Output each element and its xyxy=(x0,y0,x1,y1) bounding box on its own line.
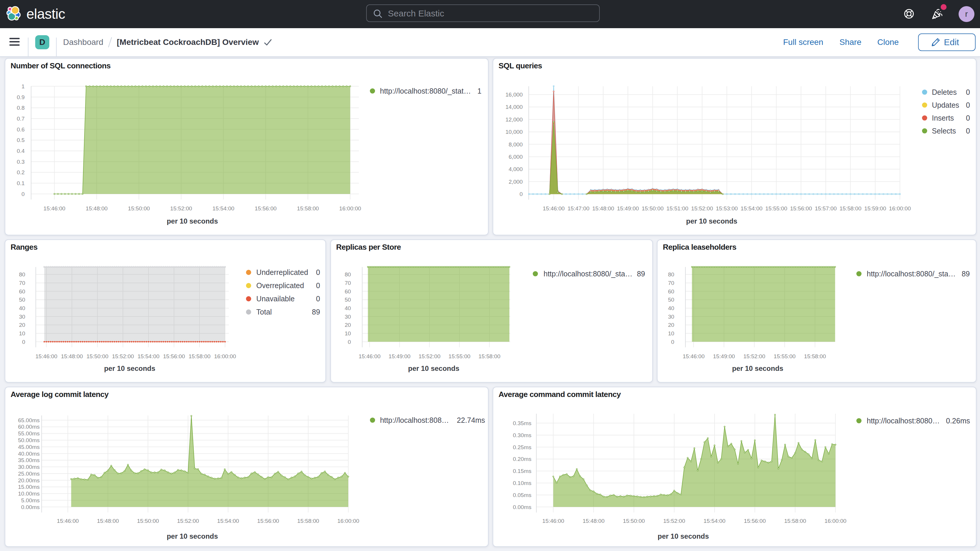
svg-text:60: 60 xyxy=(19,288,25,295)
svg-text:89: 89 xyxy=(637,270,645,278)
svg-text:0.2: 0.2 xyxy=(17,169,25,175)
svg-text:0: 0 xyxy=(316,268,320,276)
svg-text:16:00:00: 16:00:00 xyxy=(337,518,360,524)
svg-text:15:49:00: 15:49:00 xyxy=(713,353,735,360)
svg-text:Selects: Selects xyxy=(932,127,956,135)
svg-text:15:52:00: 15:52:00 xyxy=(418,353,441,360)
svg-text:15:52:00: 15:52:00 xyxy=(663,518,685,524)
svg-text:4,000: 4,000 xyxy=(509,166,523,172)
svg-text:55.00ms: 55.00ms xyxy=(18,430,40,436)
svg-text:15:54:00: 15:54:00 xyxy=(212,205,234,212)
svg-text:20: 20 xyxy=(344,322,351,328)
svg-text:15:52:00: 15:52:00 xyxy=(177,518,199,524)
svg-text:Underreplicated: Underreplicated xyxy=(256,268,309,276)
svg-text:15:50:00: 15:50:00 xyxy=(137,518,159,524)
svg-text:Total: Total xyxy=(256,308,272,316)
svg-text:15:46:00: 15:46:00 xyxy=(43,205,65,212)
svg-text:60: 60 xyxy=(668,288,674,295)
svg-text:15:46:00: 15:46:00 xyxy=(542,518,564,524)
svg-text:45.00ms: 45.00ms xyxy=(18,444,40,450)
svg-text:15:54:00: 15:54:00 xyxy=(703,518,725,524)
svg-text:15:58:00: 15:58:00 xyxy=(840,205,861,212)
svg-text:0.4: 0.4 xyxy=(17,148,25,154)
svg-text:Overreplicated: Overreplicated xyxy=(256,281,304,290)
svg-text:40: 40 xyxy=(19,305,25,311)
svg-text:16:00:00: 16:00:00 xyxy=(214,353,236,360)
svg-text:80: 80 xyxy=(19,271,25,277)
svg-text:0: 0 xyxy=(348,339,351,345)
svg-text:0.10ms: 0.10ms xyxy=(513,480,531,486)
svg-text:per 10 seconds: per 10 seconds xyxy=(657,532,709,540)
svg-text:16,000: 16,000 xyxy=(506,92,523,98)
svg-text:10: 10 xyxy=(344,330,351,336)
svg-text:30: 30 xyxy=(19,314,25,320)
svg-text:0: 0 xyxy=(316,295,320,303)
svg-text:15:47:00: 15:47:00 xyxy=(568,205,589,212)
svg-text:per 10 seconds: per 10 seconds xyxy=(167,532,218,540)
svg-text:20: 20 xyxy=(668,322,674,328)
svg-text:15:49:00: 15:49:00 xyxy=(388,353,410,360)
svg-text:16:00:00: 16:00:00 xyxy=(824,518,846,524)
svg-text:15:59:00: 15:59:00 xyxy=(864,205,886,212)
svg-text:15:54:00: 15:54:00 xyxy=(138,353,160,360)
svg-text:15:53:00: 15:53:00 xyxy=(716,205,738,212)
svg-text:70: 70 xyxy=(344,280,351,286)
svg-text:per 10 seconds: per 10 seconds xyxy=(408,365,459,372)
svg-text:15:58:00: 15:58:00 xyxy=(189,353,211,360)
svg-text:0.5: 0.5 xyxy=(17,137,25,143)
svg-text:70: 70 xyxy=(668,280,674,286)
svg-text:http://localhost:808…: http://localhost:808… xyxy=(380,416,449,424)
svg-text:15:46:00: 15:46:00 xyxy=(358,353,380,360)
svg-text:15:50:00: 15:50:00 xyxy=(87,353,108,360)
svg-text:15:55:00: 15:55:00 xyxy=(765,205,787,212)
svg-text:0: 0 xyxy=(966,88,970,96)
svg-text:15:49:00: 15:49:00 xyxy=(617,205,639,212)
svg-text:40.00ms: 40.00ms xyxy=(18,451,40,457)
svg-text:16:00:00: 16:00:00 xyxy=(339,205,361,212)
svg-text:20: 20 xyxy=(19,322,25,328)
svg-text:15:52:00: 15:52:00 xyxy=(170,205,192,212)
svg-text:0.8: 0.8 xyxy=(17,105,25,111)
svg-text:15:46:00: 15:46:00 xyxy=(57,518,79,524)
svg-text:0.25ms: 0.25ms xyxy=(513,444,531,451)
svg-text:Updates: Updates xyxy=(932,101,959,109)
svg-text:per 10 seconds: per 10 seconds xyxy=(104,365,156,372)
svg-text:0.3: 0.3 xyxy=(17,159,25,165)
svg-text:15:52:00: 15:52:00 xyxy=(691,205,713,212)
svg-text:15:54:00: 15:54:00 xyxy=(217,518,239,524)
svg-text:50: 50 xyxy=(19,297,25,303)
svg-text:50.00ms: 50.00ms xyxy=(18,437,40,443)
svg-text:2,000: 2,000 xyxy=(509,179,523,185)
svg-text:80: 80 xyxy=(344,271,351,277)
svg-text:15:50:00: 15:50:00 xyxy=(642,205,664,212)
svg-text:25.00ms: 25.00ms xyxy=(18,471,40,477)
svg-text:16:00:00: 16:00:00 xyxy=(889,205,911,212)
svg-text:65.00ms: 65.00ms xyxy=(18,417,40,424)
svg-text:15:54:00: 15:54:00 xyxy=(741,205,762,212)
svg-text:8,000: 8,000 xyxy=(509,142,523,148)
svg-text:60.00ms: 60.00ms xyxy=(18,424,40,430)
svg-text:15:58:00: 15:58:00 xyxy=(804,353,826,360)
svg-text:15:48:00: 15:48:00 xyxy=(86,205,108,212)
svg-text:14,000: 14,000 xyxy=(506,104,523,110)
svg-text:35.00ms: 35.00ms xyxy=(18,457,40,463)
svg-text:22.74ms: 22.74ms xyxy=(457,416,485,424)
svg-text:0.00ms: 0.00ms xyxy=(513,504,531,510)
svg-text:per 10 seconds: per 10 seconds xyxy=(732,365,783,372)
svg-text:1: 1 xyxy=(477,87,482,95)
svg-text:50: 50 xyxy=(344,297,351,303)
svg-text:10: 10 xyxy=(668,330,674,336)
svg-text:1: 1 xyxy=(21,83,25,89)
svg-text:0: 0 xyxy=(22,339,25,345)
svg-text:40: 40 xyxy=(668,305,674,311)
svg-text:6,000: 6,000 xyxy=(509,154,523,160)
svg-text:0.1: 0.1 xyxy=(17,180,25,186)
svg-text:0.7: 0.7 xyxy=(17,116,25,122)
svg-text:60: 60 xyxy=(344,288,351,295)
svg-text:0: 0 xyxy=(966,101,970,109)
svg-text:http://localhost:8080/_sta…: http://localhost:8080/_sta… xyxy=(543,270,632,278)
svg-text:15:48:00: 15:48:00 xyxy=(592,205,614,212)
svg-text:0: 0 xyxy=(966,114,970,122)
svg-text:0: 0 xyxy=(966,127,970,135)
svg-text:15:57:00: 15:57:00 xyxy=(815,205,837,212)
